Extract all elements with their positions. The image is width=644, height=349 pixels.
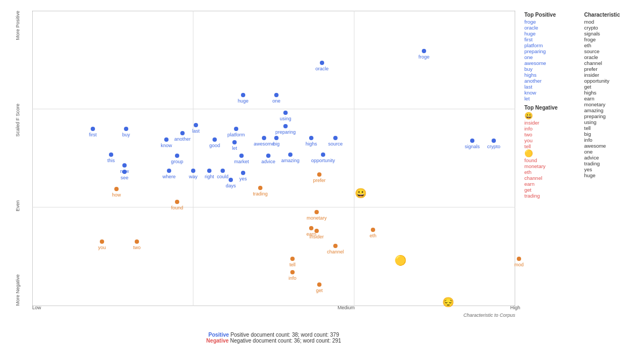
word-label-another: another bbox=[174, 136, 191, 142]
legend-char-oracle: oracle bbox=[584, 54, 640, 60]
legend-positive-buy: buy bbox=[524, 66, 580, 72]
word-label-know: know bbox=[160, 143, 172, 148]
word-dot-amazing bbox=[288, 152, 292, 157]
legend-positive-first: first bbox=[524, 37, 580, 42]
word-dot-froge bbox=[422, 49, 426, 53]
word-dot-good bbox=[213, 137, 217, 142]
legend-char-signals: signals bbox=[584, 31, 640, 37]
word-label-info: info bbox=[289, 275, 297, 281]
legend-positive-another: another bbox=[524, 78, 580, 84]
word-label-signals: signals bbox=[465, 144, 480, 149]
legend-char-trading: trading bbox=[584, 161, 640, 166]
word-label-could: could bbox=[217, 174, 229, 179]
legend-positive-one: one bbox=[524, 54, 580, 60]
word-label-crypto: crypto bbox=[487, 144, 501, 149]
word-label-highs: highs bbox=[305, 141, 317, 147]
word-dot-this bbox=[109, 152, 113, 157]
word-label-this: this bbox=[107, 158, 115, 163]
legend-char-huge: huge bbox=[584, 172, 640, 178]
word-dot-trading bbox=[258, 186, 262, 190]
word-label-one: one bbox=[272, 98, 280, 104]
positive-legend-list: frogeoraclehugefirstplatformpreparingone… bbox=[524, 19, 580, 101]
emoji-0: 😀 bbox=[355, 188, 367, 198]
word-label-market: market bbox=[234, 159, 249, 164]
word-dot-oracle bbox=[320, 61, 324, 65]
word-dot-monetary bbox=[314, 210, 319, 214]
legend-positive-froge: froge bbox=[524, 19, 580, 25]
legend-char-one: one bbox=[584, 149, 640, 155]
word-dot-another bbox=[180, 131, 185, 135]
word-dot-awesome bbox=[262, 136, 266, 140]
word-label-mod: mod bbox=[514, 262, 524, 267]
legend-positive-let: let bbox=[524, 96, 580, 101]
characteristic-legend-list: modcryptosignalsfrogeethsourceoraclechan… bbox=[584, 19, 640, 178]
word-label-group: group bbox=[171, 159, 183, 164]
word-dot-prefer bbox=[317, 172, 321, 177]
word-dot-you bbox=[100, 239, 104, 244]
word-label-awesome: awesome bbox=[254, 141, 275, 147]
word-dot-insider bbox=[314, 229, 319, 233]
word-dot-where bbox=[167, 169, 171, 173]
word-dot-source bbox=[333, 136, 338, 140]
word-dot-platform bbox=[234, 127, 238, 131]
word-dot-mod bbox=[517, 257, 521, 261]
legend-char-froge: froge bbox=[584, 37, 640, 42]
word-label-platform: platform bbox=[228, 132, 245, 137]
word-label-two: two bbox=[133, 245, 141, 250]
legend-char-eth: eth bbox=[584, 42, 640, 48]
legend-char-info: info bbox=[584, 137, 640, 143]
legend: Top Positive frogeoraclehugefirstplatfor… bbox=[524, 12, 640, 199]
y-label-scaled: Scaled F Score bbox=[15, 104, 20, 137]
word-dot-get bbox=[317, 282, 321, 287]
legend-positive-huge: huge bbox=[524, 31, 580, 37]
y-label-negative: More Negative bbox=[15, 274, 20, 306]
legend-char-prefer: prefer bbox=[584, 66, 640, 72]
legend-char-channel: channel bbox=[584, 60, 640, 66]
word-label-froge: froge bbox=[419, 54, 430, 60]
word-label-advice: advice bbox=[261, 159, 275, 164]
word-label-big: big bbox=[273, 141, 280, 147]
footer: Positive Positive document count: 38; wo… bbox=[32, 332, 515, 344]
legend-char-advice: advice bbox=[584, 155, 640, 161]
characteristic-title: Characteristic bbox=[584, 12, 640, 18]
word-dot-big bbox=[274, 136, 279, 140]
word-label-buy: buy bbox=[122, 132, 130, 137]
legend-char-opportunity: opportunity bbox=[584, 78, 640, 84]
word-label-amazing: amazing bbox=[281, 158, 299, 163]
word-label-huge: huge bbox=[238, 98, 248, 104]
word-dot-crypto bbox=[492, 139, 496, 143]
word-dot-last bbox=[194, 123, 198, 127]
word-label-insider: insider bbox=[310, 234, 324, 239]
legend-char-preparing: preparing bbox=[584, 113, 640, 119]
legend-char-using: using bbox=[584, 119, 640, 125]
legend-char-awesome: awesome bbox=[584, 143, 640, 149]
word-dot-days bbox=[229, 178, 233, 182]
word-dot-earn bbox=[309, 226, 313, 230]
word-label-monetary: monetary bbox=[306, 215, 327, 221]
y-label-even: Even bbox=[15, 200, 20, 212]
legend-char-monetary: monetary bbox=[584, 101, 640, 107]
legend-char-crypto: crypto bbox=[584, 25, 640, 31]
emoji-1: 🟡 bbox=[394, 256, 406, 265]
word-dot-info bbox=[290, 270, 295, 274]
word-label-tell: tell bbox=[289, 262, 296, 267]
top-positive-title: Top Positive bbox=[524, 12, 580, 18]
word-label-prefer: prefer bbox=[313, 178, 326, 183]
legend-positive-last: last bbox=[524, 84, 580, 90]
word-label-trading: trading bbox=[253, 191, 268, 197]
word-dot-let bbox=[232, 140, 237, 144]
word-label-source: source bbox=[328, 141, 342, 147]
word-dot-could bbox=[221, 169, 225, 173]
word-dot-new bbox=[122, 163, 127, 168]
footer-negative: Negative Negative document count: 36; wo… bbox=[32, 338, 515, 344]
legend-char-mod: mod bbox=[584, 19, 640, 25]
word-dot-channel bbox=[333, 244, 338, 248]
word-label-oracle: oracle bbox=[316, 66, 329, 71]
legend-char-earn: earn bbox=[584, 96, 640, 101]
word-label-see: see bbox=[121, 175, 129, 180]
word-label-get: get bbox=[316, 288, 323, 293]
word-dot-using bbox=[283, 111, 288, 115]
legend-positive-know: know bbox=[524, 90, 580, 96]
legend-positive-platform: platform bbox=[524, 42, 580, 48]
word-dot-market bbox=[239, 154, 244, 158]
